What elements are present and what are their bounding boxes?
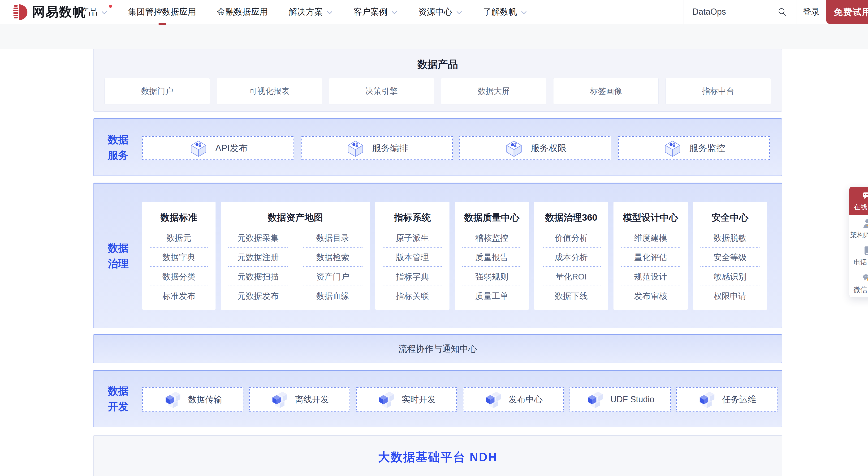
governance-item[interactable]: 数据脱敏 <box>693 228 767 248</box>
governance-group: 数据脱敏安全等级敏感识别权限申请 <box>693 228 767 306</box>
governance-item[interactable]: 版本管理 <box>375 248 450 267</box>
search-icon <box>777 7 787 17</box>
governance-item[interactable]: 权限申请 <box>693 286 767 306</box>
service-card[interactable]: 服务编排 <box>301 136 453 160</box>
product-card[interactable]: 标签画像 <box>553 78 659 104</box>
logo[interactable]: 网易数帆 <box>13 4 86 21</box>
data-services-label: 数据服务 <box>104 132 132 163</box>
card-label: 服务监控 <box>689 142 725 154</box>
service-card[interactable]: 服务监控 <box>618 136 770 160</box>
support-item[interactable]: 在线咨询 <box>849 187 868 215</box>
service-card[interactable]: API发布 <box>142 136 294 160</box>
governance-item[interactable]: 量化ROI <box>534 267 608 286</box>
governance-column-title[interactable]: 模型设计中心 <box>614 210 688 225</box>
governance-item[interactable]: 元数据采集 <box>221 228 296 248</box>
support-item[interactable]: 架构师咨询 <box>849 215 868 243</box>
nav-item-4[interactable]: 客户案例 <box>353 0 398 24</box>
nav-item-6[interactable]: 了解数帆 <box>483 0 527 24</box>
governance-column: 模型设计中心维度建模量化评估规范设计发布审核 <box>614 202 688 310</box>
product-card[interactable]: 数据大屏 <box>441 78 546 104</box>
governance-item[interactable]: 数据下线 <box>534 286 608 306</box>
governance-item[interactable]: 维度建模 <box>614 228 688 248</box>
governance-item[interactable]: 规范设计 <box>614 267 688 286</box>
governance-group: 价值分析成本分析量化ROI数据下线 <box>534 228 608 306</box>
governance-item[interactable]: 稽核监控 <box>455 228 529 248</box>
governance-item[interactable]: 敏感识别 <box>693 267 767 286</box>
governance-item[interactable]: 数据分类 <box>142 267 216 286</box>
governance-item[interactable]: 标准发布 <box>142 286 216 306</box>
development-card[interactable]: 实时开发 <box>356 387 457 412</box>
chevron-down-icon <box>327 11 333 14</box>
ndh-platform-link[interactable]: 大数据基础平台 NDH <box>378 449 497 476</box>
governance-item[interactable]: 元数据注册 <box>221 248 296 267</box>
governance-item[interactable]: 元数据发布 <box>221 286 296 306</box>
nav-item-0[interactable]: 产品 <box>80 0 107 24</box>
development-card[interactable]: 发布中心 <box>463 387 564 412</box>
service-cube-icon <box>189 138 208 158</box>
development-card[interactable]: 数据传输 <box>142 387 243 412</box>
support-item[interactable]: 微信咨询 <box>849 270 868 297</box>
development-card-row: 数据传输离线开发实时开发发布中心UDF Studio任务运维 <box>142 387 777 412</box>
governance-item[interactable]: 质量工单 <box>455 286 529 306</box>
support-item[interactable]: 电话咨询 <box>849 243 868 270</box>
product-card[interactable]: 可视化报表 <box>217 78 322 104</box>
service-card-row: API发布服务编排服务权限服务监控 <box>142 136 770 160</box>
free-trial-button[interactable]: 免费试用 <box>826 0 868 24</box>
governance-item[interactable]: 强弱规则 <box>455 267 529 286</box>
governance-column-title[interactable]: 数据治理360 <box>534 210 608 225</box>
support-item-label: 架构师咨询 <box>850 230 868 240</box>
nav-item-5[interactable]: 资源中心 <box>418 0 462 24</box>
nav-item-2[interactable]: 金融数据应用 <box>217 0 268 24</box>
governance-column: 指标系统原子派生版本管理指标字典指标关联 <box>375 202 450 310</box>
governance-item[interactable]: 资产门户 <box>296 267 370 286</box>
development-card[interactable]: UDF Studio <box>569 387 671 412</box>
governance-item[interactable]: 成本分析 <box>534 248 608 267</box>
governance-column-title[interactable]: 数据资产地图 <box>221 210 370 225</box>
governance-item[interactable]: 价值分析 <box>534 228 608 248</box>
governance-group: 原子派生版本管理指标字典指标关联 <box>375 228 450 306</box>
workflow-notification-band[interactable]: 流程协作与通知中心 <box>93 334 782 363</box>
governance-item[interactable]: 指标字典 <box>375 267 450 286</box>
governance-item[interactable]: 数据字典 <box>142 248 216 267</box>
product-card[interactable]: 数据门户 <box>104 78 210 104</box>
chat-icon <box>862 190 868 201</box>
development-card[interactable]: 任务运维 <box>676 387 777 412</box>
governance-item[interactable]: 指标关联 <box>375 286 450 306</box>
service-card[interactable]: 服务权限 <box>459 136 611 160</box>
governance-column-title[interactable]: 安全中心 <box>693 210 767 225</box>
governance-column: 数据治理360价值分析成本分析量化ROI数据下线 <box>534 202 608 310</box>
governance-item[interactable]: 发布审核 <box>614 286 688 306</box>
product-card[interactable]: 决策引擎 <box>329 78 434 104</box>
login-button[interactable]: 登录 <box>796 0 826 24</box>
governance-item[interactable]: 元数据扫描 <box>221 267 296 286</box>
section-bigdata-platform: 大数据基础平台 NDH <box>93 435 782 476</box>
governance-group: 数据元数据字典数据分类标准发布 <box>142 228 216 306</box>
search-value: DataOps <box>692 7 777 17</box>
governance-item[interactable]: 量化评估 <box>614 248 688 267</box>
governance-column-title[interactable]: 指标系统 <box>375 210 450 225</box>
card-label: 数据传输 <box>188 394 222 405</box>
card-label: 任务运维 <box>722 394 756 405</box>
search-input[interactable]: DataOps <box>683 0 796 24</box>
card-label: 离线开发 <box>295 394 329 405</box>
governance-columns: 数据标准数据元数据字典数据分类标准发布数据资产地图元数据采集元数据注册元数据扫描… <box>142 202 767 310</box>
governance-item[interactable]: 原子派生 <box>375 228 450 248</box>
page-top-strip <box>0 24 868 49</box>
governance-item[interactable]: 数据目录 <box>296 228 370 248</box>
band-label-line: 数据 <box>104 132 132 148</box>
governance-column: 数据质量中心稽核监控质量报告强弱规则质量工单 <box>455 202 529 310</box>
governance-item[interactable]: 数据血缘 <box>296 286 370 306</box>
chevron-down-icon <box>391 11 398 14</box>
nav-item-3[interactable]: 解决方案 <box>289 0 333 24</box>
governance-item[interactable]: 安全等级 <box>693 248 767 267</box>
nav-item-1[interactable]: 集团管控数据应用 <box>128 0 196 24</box>
product-card[interactable]: 指标中台 <box>665 78 771 104</box>
governance-column-title[interactable]: 数据质量中心 <box>455 210 529 225</box>
support-floating-panel: 在线咨询架构师咨询电话咨询微信咨询 <box>849 187 868 298</box>
governance-item[interactable]: 数据元 <box>142 228 216 248</box>
governance-item[interactable]: 数据检索 <box>296 248 370 267</box>
dev-cube-icon <box>270 390 289 409</box>
development-card[interactable]: 离线开发 <box>249 387 350 412</box>
governance-item[interactable]: 质量报告 <box>455 248 529 267</box>
governance-column-title[interactable]: 数据标准 <box>142 210 216 225</box>
